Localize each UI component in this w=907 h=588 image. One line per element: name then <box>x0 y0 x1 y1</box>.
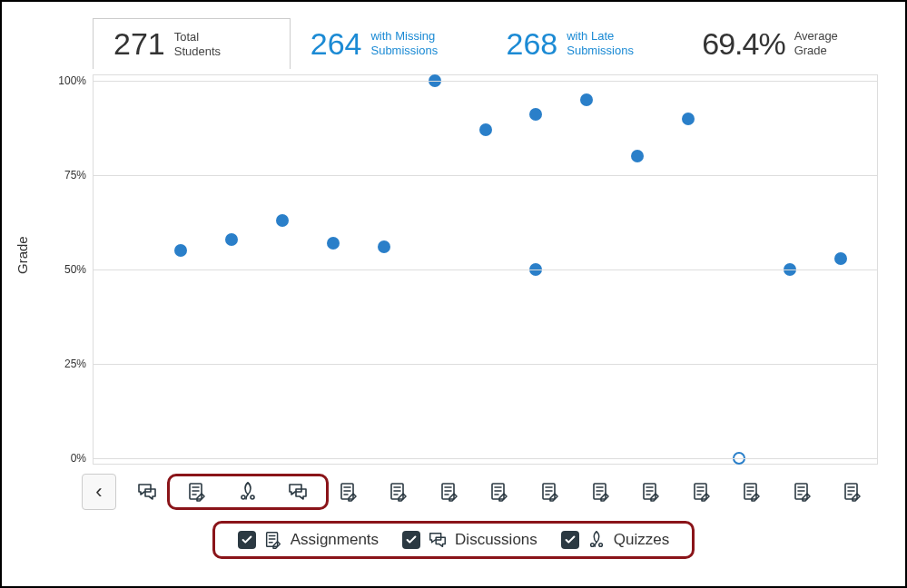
data-point[interactable] <box>276 214 289 227</box>
stat-missing-label1: with Missing <box>370 29 438 44</box>
discussion-icon[interactable] <box>122 481 173 503</box>
quiz-icon[interactable] <box>222 481 273 503</box>
y-tick: 25% <box>64 358 86 370</box>
data-point[interactable] <box>479 123 492 136</box>
assignment-icon[interactable] <box>173 481 223 503</box>
checkbox-checked-icon <box>238 531 256 549</box>
assignment-icon[interactable] <box>827 481 878 503</box>
assignment-icon[interactable] <box>525 481 576 503</box>
assignment-icon <box>263 530 283 550</box>
stat-total-value: 271 <box>113 26 165 62</box>
stat-avg-value: 69.4% <box>702 26 784 62</box>
assignment-icon[interactable] <box>323 481 374 503</box>
assignment-icon[interactable] <box>726 481 777 503</box>
assignment-icon[interactable] <box>777 481 828 503</box>
filter-discussions[interactable]: Discussions <box>402 530 537 550</box>
stat-total-label1: Total <box>174 30 221 44</box>
data-point[interactable] <box>174 244 187 257</box>
filter-quizzes-label: Quizzes <box>614 531 669 549</box>
filter-discussions-label: Discussions <box>455 531 537 549</box>
filter-quizzes[interactable]: Quizzes <box>561 530 669 550</box>
stat-avg-label1: Average <box>794 29 838 44</box>
y-tick: 50% <box>64 263 86 276</box>
filter-assignments-label: Assignments <box>291 531 379 549</box>
svg-point-1 <box>242 495 245 499</box>
quiz-icon <box>587 530 606 550</box>
data-point[interactable] <box>225 233 238 246</box>
assignment-icon[interactable] <box>424 481 475 503</box>
assignment-icon[interactable] <box>676 481 727 503</box>
stat-missing-label2: Submissions <box>370 44 438 58</box>
discussion-icon[interactable] <box>273 481 324 503</box>
y-tick: 75% <box>64 169 86 181</box>
grade-scatter-chart: 0%25%50%75%100% <box>93 74 878 465</box>
summary-stats: 271 Total Students 264 with Missing Subm… <box>93 18 878 69</box>
x-axis-icons: ‹ <box>82 474 878 510</box>
chevron-left-icon: ‹ <box>95 480 102 504</box>
data-point[interactable] <box>327 237 340 250</box>
assignment-icon[interactable] <box>374 481 425 503</box>
stat-late[interactable]: 268 with Late Submissions <box>487 18 683 69</box>
filter-legend: Assignments Discussions Quizzes <box>222 526 685 554</box>
stat-total-label2: Students <box>174 44 221 59</box>
filter-assignments[interactable]: Assignments <box>238 530 379 550</box>
assignment-icon[interactable] <box>626 481 676 503</box>
svg-point-15 <box>590 544 594 547</box>
stat-average-grade[interactable]: 69.4% Average Grade <box>682 18 878 69</box>
stat-late-label2: Submissions <box>567 44 634 58</box>
prev-page-button[interactable]: ‹ <box>82 474 116 510</box>
stat-total-students[interactable]: 271 Total Students <box>93 18 291 69</box>
data-point[interactable] <box>682 113 695 125</box>
checkbox-checked-icon <box>561 531 579 549</box>
stat-late-label1: with Late <box>567 29 634 44</box>
y-tick: 100% <box>58 74 86 87</box>
data-point[interactable] <box>834 252 847 265</box>
data-point[interactable] <box>529 108 542 121</box>
data-point[interactable] <box>580 93 593 106</box>
highlighted-assignments <box>173 481 324 503</box>
y-tick: 0% <box>71 452 86 465</box>
assignment-icon[interactable] <box>576 481 626 503</box>
data-point[interactable] <box>631 150 644 162</box>
stat-missing-value: 264 <box>311 26 362 62</box>
stat-avg-label2: Grade <box>794 44 838 58</box>
discussion-icon <box>428 530 448 550</box>
svg-point-2 <box>251 495 254 499</box>
data-point[interactable] <box>378 240 390 253</box>
y-axis-label: Grade <box>15 236 30 274</box>
assignment-icon[interactable] <box>475 481 526 503</box>
stat-late-value: 268 <box>507 26 558 62</box>
checkbox-checked-icon <box>402 531 420 549</box>
stat-missing[interactable]: 264 with Missing Submissions <box>291 18 487 69</box>
svg-point-16 <box>599 544 603 547</box>
